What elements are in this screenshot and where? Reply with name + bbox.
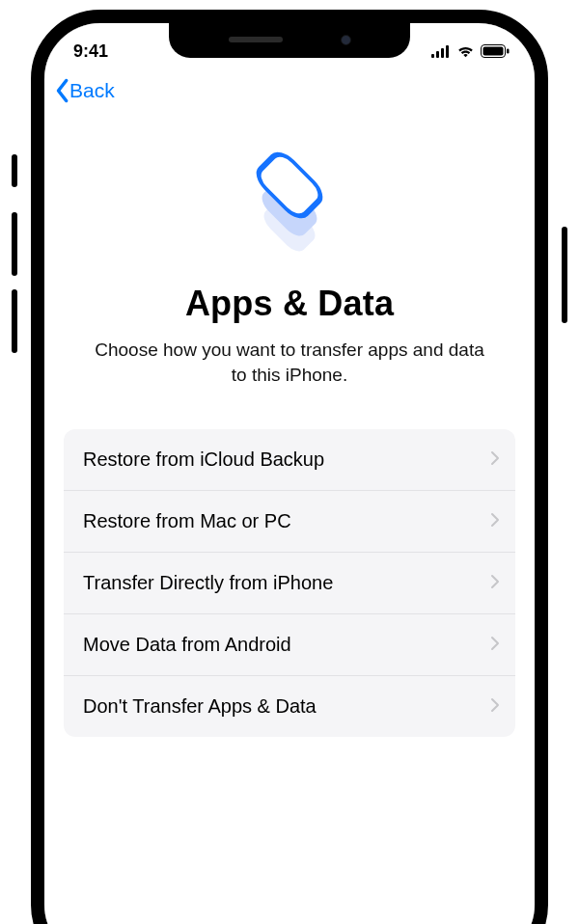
option-label: Restore from iCloud Backup	[83, 448, 324, 471]
svg-rect-3	[446, 45, 449, 58]
back-button[interactable]: Back	[52, 77, 115, 104]
options-list: Restore from iCloud Backup Restore from …	[64, 429, 515, 737]
hero: Apps & Data Choose how you want to trans…	[44, 108, 535, 387]
svg-rect-6	[507, 49, 510, 54]
chevron-right-icon	[490, 510, 500, 532]
page-title: Apps & Data	[185, 284, 394, 324]
svg-rect-0	[431, 54, 434, 58]
option-dont-transfer[interactable]: Don't Transfer Apps & Data	[64, 675, 515, 737]
chevron-left-icon	[52, 77, 71, 104]
chevron-right-icon	[490, 448, 500, 471]
chevron-right-icon	[490, 695, 500, 718]
option-move-android[interactable]: Move Data from Android	[64, 613, 515, 675]
option-restore-mac-pc[interactable]: Restore from Mac or PC	[64, 490, 515, 552]
option-transfer-iphone[interactable]: Transfer Directly from iPhone	[64, 552, 515, 613]
wifi-icon	[456, 45, 475, 58]
back-label: Back	[69, 79, 115, 102]
chevron-right-icon	[490, 634, 500, 656]
battery-icon	[481, 44, 510, 58]
svg-rect-2	[441, 48, 444, 58]
screen: 9:41	[44, 23, 535, 924]
page-subtitle: Choose how you want to transfer apps and…	[87, 338, 492, 387]
chevron-right-icon	[490, 572, 500, 594]
svg-rect-9	[254, 149, 326, 222]
option-label: Don't Transfer Apps & Data	[83, 695, 317, 718]
nav-bar: Back	[44, 69, 535, 108]
option-label: Restore from Mac or PC	[83, 510, 291, 532]
status-indicators	[431, 44, 510, 58]
device-notch	[169, 21, 410, 58]
layered-squares-icon	[236, 137, 343, 257]
status-time: 9:41	[73, 41, 108, 62]
option-label: Move Data from Android	[83, 634, 291, 656]
option-label: Transfer Directly from iPhone	[83, 572, 333, 594]
cellular-signal-icon	[431, 45, 451, 58]
device-frame: 9:41	[31, 10, 548, 924]
svg-rect-1	[436, 51, 439, 58]
option-restore-icloud[interactable]: Restore from iCloud Backup	[64, 429, 515, 490]
svg-rect-5	[483, 47, 504, 56]
